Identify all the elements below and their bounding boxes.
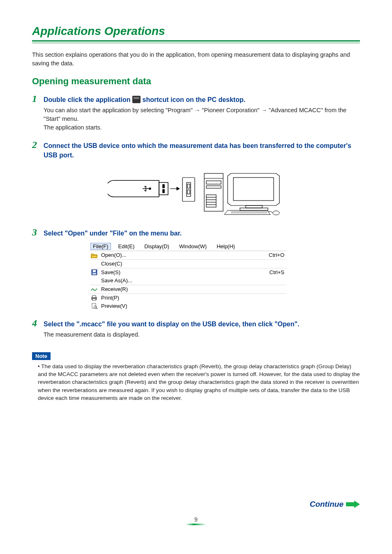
menu-item-save[interactable]: Save(S) Ctrl+S — [90, 268, 287, 277]
blank-icon — [90, 277, 98, 284]
page-number-underline — [186, 524, 206, 525]
menu-bar-help[interactable]: Help(H) — [214, 243, 238, 250]
svg-rect-30 — [92, 299, 96, 300]
svg-rect-1 — [163, 185, 164, 188]
menu-bar-edit[interactable]: Edit(E) — [116, 243, 137, 250]
receive-icon — [90, 286, 98, 293]
file-menu-dropdown: Open(O)... Ctrl+O Close(C) Save(S) Ctrl+… — [90, 251, 287, 310]
menu-item-label: Receive(R) — [101, 286, 281, 292]
print-icon — [90, 295, 98, 301]
menu-item-shortcut: Ctrl+O — [269, 252, 284, 258]
svg-rect-21 — [240, 208, 268, 210]
menu-bar: File(F) Edit(E) Display(D) Window(W) Hel… — [90, 242, 287, 251]
continue-label: Continue — [310, 500, 344, 509]
intro-paragraph: This section explains operations that yo… — [32, 51, 360, 68]
blank-icon — [90, 261, 98, 267]
note-text: The data used to display the reverberati… — [38, 362, 360, 402]
step-4: 4 Select the ".mcacc" file you want to d… — [32, 318, 360, 339]
menu-item-label: Print(P) — [101, 295, 281, 301]
step-title: Connect the USB device onto which the me… — [44, 141, 360, 160]
usb-diagram — [32, 166, 360, 217]
step-2: 2 Connect the USB device onto which the … — [32, 139, 360, 217]
menu-item-label: Open(O)... — [101, 252, 265, 258]
svg-line-33 — [96, 308, 97, 309]
svg-rect-27 — [92, 273, 96, 275]
svg-rect-10 — [204, 173, 223, 211]
svg-rect-12 — [206, 181, 221, 184]
menu-bar-window[interactable]: Window(W) — [177, 243, 209, 250]
save-icon — [90, 269, 98, 276]
menu-bar-display[interactable]: Display(D) — [142, 243, 172, 250]
page-number: 9 — [0, 516, 392, 523]
menu-item-save-as[interactable]: Save As(A)... — [90, 277, 287, 285]
svg-marker-5 — [177, 187, 180, 190]
step-number: 2 — [32, 139, 39, 150]
step-number: 1 — [32, 93, 39, 104]
step-body-line1: You can also start the application by se… — [44, 106, 360, 123]
page-number-wrap: 9 — [0, 516, 392, 525]
step-title-b: shortcut icon on the PC desktop. — [143, 96, 246, 103]
step-title-a: Double click the application — [44, 96, 132, 103]
step-body-line2: The application starts. — [44, 123, 360, 132]
menu-item-open[interactable]: Open(O)... Ctrl+O — [90, 251, 287, 259]
svg-rect-8 — [187, 184, 190, 188]
svg-rect-9 — [187, 190, 190, 194]
note-badge: Note — [32, 352, 51, 360]
menu-item-label: Save(S) — [101, 269, 266, 275]
usb-to-pc-illustration — [108, 166, 284, 215]
svg-rect-19 — [233, 178, 274, 201]
svg-marker-34 — [346, 501, 360, 508]
menu-item-print[interactable]: Print(P) — [90, 293, 287, 302]
menu-item-close[interactable]: Close(C) — [90, 259, 287, 268]
menu-item-shortcut: Ctrl+S — [270, 269, 284, 275]
note-list: The data used to display the reverberati… — [32, 362, 360, 402]
section-heading: Opening measurement data — [32, 76, 360, 87]
continue-arrow-icon — [346, 501, 360, 508]
preview-icon — [90, 303, 98, 309]
app-shortcut-icon — [132, 96, 141, 103]
svg-rect-13 — [206, 186, 221, 188]
menu-item-label: Save As(A)... — [101, 277, 281, 284]
menu-item-label: Preview(V) — [101, 303, 281, 309]
step-number: 4 — [32, 318, 39, 329]
step-number: 3 — [32, 227, 39, 238]
continue-indicator: Continue — [310, 500, 360, 509]
menu-bar-file[interactable]: File(F) — [90, 243, 111, 250]
page-title: Applications Operations — [32, 25, 360, 38]
step-title: Double click the application shortcut ic… — [44, 95, 245, 104]
file-menu-screenshot: File(F) Edit(E) Display(D) Window(W) Hel… — [90, 242, 287, 310]
svg-rect-29 — [92, 295, 96, 298]
menu-item-preview[interactable]: Preview(V) — [90, 302, 287, 310]
step-1: 1 Double click the application shortcut … — [32, 93, 360, 132]
open-icon — [90, 252, 98, 259]
svg-rect-2 — [163, 189, 164, 193]
step-body: The measurement data is displayed. — [44, 330, 360, 339]
step-title: Select "Open" under "File" on the menu b… — [44, 229, 182, 238]
svg-rect-20 — [246, 205, 262, 208]
title-rule — [32, 40, 360, 43]
svg-rect-6 — [182, 178, 195, 201]
step-title: Select the ".mcacc" file you want to dis… — [44, 319, 300, 329]
svg-rect-26 — [93, 270, 96, 272]
step-3: 3 Select "Open" under "File" on the menu… — [32, 227, 360, 310]
menu-item-receive[interactable]: Receive(R) — [90, 285, 287, 293]
svg-rect-14 — [206, 195, 216, 207]
menu-item-label: Close(C) — [101, 261, 281, 267]
svg-point-24 — [273, 211, 279, 215]
